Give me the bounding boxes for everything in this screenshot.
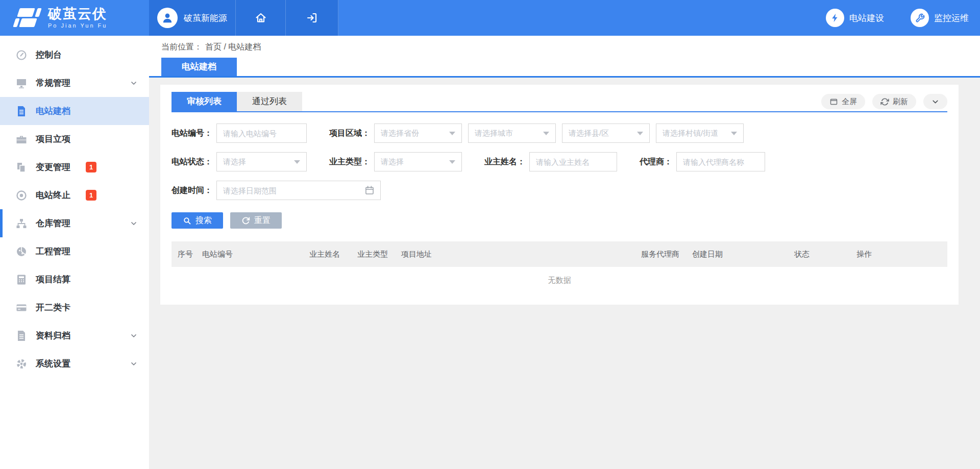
sidebar-item-engineering-mgmt[interactable]: 工程管理	[0, 237, 149, 265]
logout-button[interactable]	[286, 0, 338, 36]
sidebar-item-change-mgmt[interactable]: 变更管理 1	[0, 153, 149, 181]
chevron-down-icon	[130, 332, 138, 340]
breadcrumb-path[interactable]: 首页 / 电站建档	[205, 42, 261, 53]
sidebar-item-open-card[interactable]: 开二类卡	[0, 293, 149, 322]
sidebar-item-general-mgmt[interactable]: 常规管理	[0, 69, 149, 97]
region-selects: 请选择省份 请选择城市 请选择县/区	[374, 124, 744, 143]
login-arrow-icon	[306, 12, 318, 24]
reset-icon	[241, 216, 250, 225]
caret-down-icon	[731, 132, 737, 135]
field-label: 电站状态：	[172, 157, 212, 167]
results-table: 序号 电站编号 业主姓名 业主类型 项目地址 服务代理商 创建日期 状态 操作 …	[172, 241, 947, 293]
sidebar-item-label: 资料归档	[36, 330, 70, 341]
field-label: 业主姓名：	[484, 157, 525, 167]
station-status-select[interactable]: 请选择	[216, 152, 307, 171]
date-range-input[interactable]	[216, 181, 381, 200]
filter-actions: 搜索 重置	[172, 212, 947, 229]
th-service-agent: 服务代理商	[641, 250, 692, 259]
tab-passed-list[interactable]: 通过列表	[237, 92, 302, 111]
station-no-input[interactable]	[216, 124, 307, 143]
sidebar-item-warehouse-mgmt[interactable]: 仓库管理	[0, 209, 149, 237]
sidebar-item-system-settings[interactable]: 系统设置	[0, 350, 149, 378]
monitor-icon	[15, 77, 28, 89]
sidebar-item-label: 常规管理	[36, 77, 70, 89]
field-label: 项目区域：	[329, 128, 370, 139]
lightning-icon	[826, 9, 844, 27]
sidebar-item-station-terminate[interactable]: 电站终止 1	[0, 181, 149, 209]
module-monitor-ops[interactable]: 监控运维	[911, 9, 969, 27]
collapse-button[interactable]	[923, 94, 947, 109]
calendar-icon[interactable]	[364, 185, 375, 195]
content-area: 当前位置： 首页 / 电站建档 电站建档 审核列表 通过列表	[149, 36, 980, 469]
disc-icon	[15, 189, 28, 202]
field-owner-type: 业主类型： 请选择	[329, 152, 462, 171]
refresh-label: 刷新	[893, 97, 908, 107]
fullscreen-button[interactable]: 全屏	[821, 94, 865, 109]
module-label: 监控运维	[934, 12, 969, 24]
wrench-icon	[911, 9, 929, 27]
owner-name-input[interactable]	[529, 152, 617, 171]
city-select[interactable]: 请选择城市	[468, 124, 556, 143]
caret-down-icon	[449, 132, 455, 135]
sidebar-item-label: 工程管理	[36, 245, 70, 257]
select-placeholder: 请选择省份	[381, 129, 419, 138]
home-button[interactable]	[236, 0, 286, 36]
search-button[interactable]: 搜索	[172, 212, 223, 229]
user-menu[interactable]: 破茧新能源	[149, 0, 236, 36]
th-index: 序号	[178, 250, 202, 259]
th-create-date: 创建日期	[692, 250, 794, 259]
sidebar-item-dashboard[interactable]: 控制台	[0, 41, 149, 69]
file-icon	[15, 105, 28, 117]
field-station-status: 电站状态： 请选择	[172, 152, 307, 171]
sidebar-item-data-archive[interactable]: 资料归档	[0, 322, 149, 350]
sidebar-item-project-settlement[interactable]: 项目结算	[0, 265, 149, 293]
calculator-icon	[15, 274, 28, 286]
brand-logo-icon	[12, 7, 42, 29]
owner-type-select[interactable]: 请选择	[374, 152, 462, 171]
select-placeholder: 请选择	[381, 157, 404, 167]
field-agent: 代理商：	[640, 152, 765, 171]
module-station-build[interactable]: 电站建设	[826, 9, 884, 27]
tab-bar: 审核列表 通过列表 全屏	[172, 92, 947, 112]
search-label: 搜索	[195, 215, 212, 226]
badge-count: 1	[86, 162, 96, 172]
town-select[interactable]: 请选择村镇/街道	[656, 124, 744, 143]
field-create-time: 创建时间：	[172, 181, 381, 200]
fullscreen-label: 全屏	[842, 97, 857, 107]
caret-down-icon	[294, 160, 300, 164]
module-label: 电站建设	[849, 12, 884, 24]
reset-label: 重置	[254, 215, 271, 226]
field-label: 创建时间：	[172, 185, 212, 196]
county-select[interactable]: 请选择县/区	[562, 124, 650, 143]
refresh-button[interactable]: 刷新	[872, 94, 916, 109]
topbar: 破茧云伏 Po Jian Yun Fu 破茧新能源	[0, 0, 980, 36]
pie-icon	[15, 245, 28, 258]
brand-name: 破茧云伏	[48, 7, 107, 21]
sidebar-item-station-archive[interactable]: 电站建档	[0, 97, 149, 125]
tab-review-list[interactable]: 审核列表	[172, 92, 237, 111]
panel-toolbar: 全屏 刷新	[821, 94, 947, 109]
select-placeholder: 请选择村镇/街道	[663, 129, 718, 138]
briefcase-icon	[15, 133, 28, 145]
reset-button[interactable]: 重置	[230, 212, 282, 229]
agent-input[interactable]	[676, 152, 765, 171]
sidebar-item-project-initiation[interactable]: 项目立项	[0, 125, 149, 153]
sidebar: 控制台 常规管理 电站建档 项目立项	[0, 36, 149, 469]
main-panel: 审核列表 通过列表 全屏	[160, 85, 959, 305]
date-range-picker	[216, 181, 381, 200]
th-owner-type: 业主类型	[357, 250, 401, 259]
avatar	[157, 8, 178, 28]
filter-form: 电站编号： 项目区域： 请选择省份 请选择城市	[172, 124, 947, 229]
province-select[interactable]: 请选择省份	[374, 124, 462, 143]
page-tab-station-archive[interactable]: 电站建档	[161, 58, 237, 76]
brand: 破茧云伏 Po Jian Yun Fu	[0, 0, 149, 36]
field-label: 电站编号：	[172, 128, 212, 139]
th-actions: 操作	[856, 250, 947, 259]
sidebar-item-label: 项目结算	[36, 274, 70, 285]
refresh-icon	[880, 97, 889, 106]
fullscreen-icon	[829, 97, 838, 106]
th-project-address: 项目地址	[401, 250, 641, 259]
chevron-down-icon	[931, 97, 940, 106]
field-label: 代理商：	[640, 157, 672, 167]
breadcrumb-prefix: 当前位置：	[161, 42, 202, 53]
